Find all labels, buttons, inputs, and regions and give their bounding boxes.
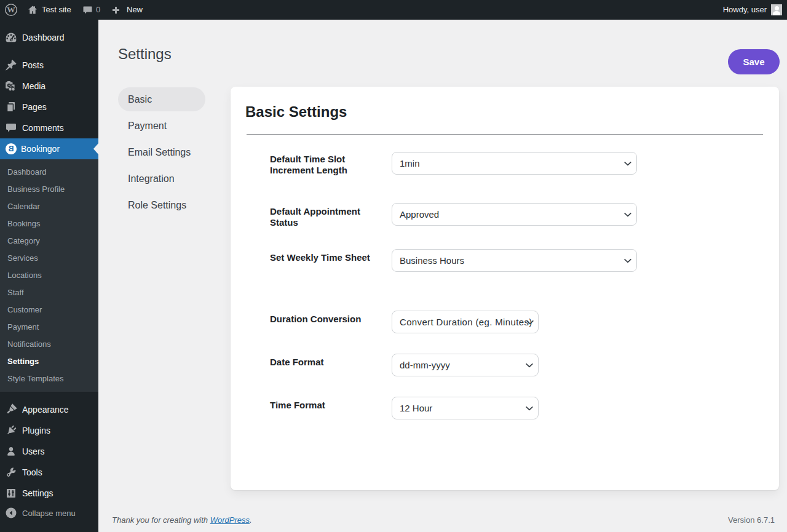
svg-text:B: B — [8, 145, 14, 153]
svg-text:W: W — [7, 5, 15, 14]
